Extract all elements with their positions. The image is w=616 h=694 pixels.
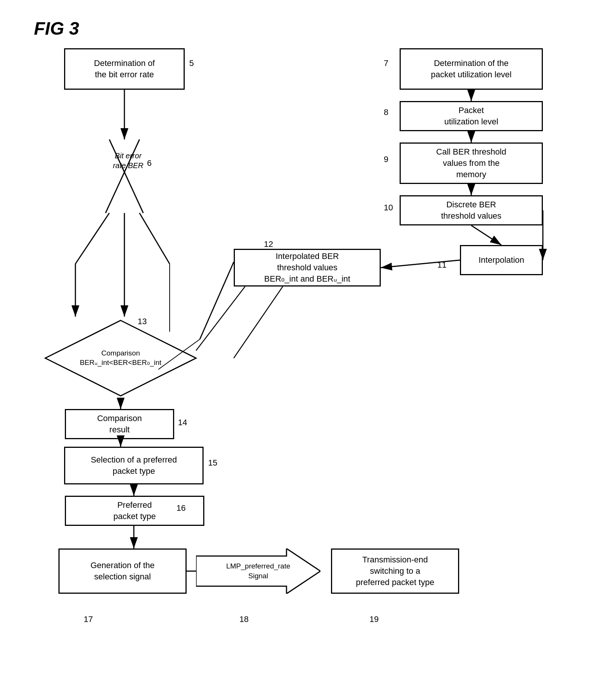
- ref-comparison: 13: [138, 317, 147, 326]
- box-disc-ber: Discrete BER threshold values: [400, 195, 543, 225]
- ber-label-text: Bit error rate BER: [113, 152, 143, 170]
- pref-packet-label: Preferred packet type: [113, 499, 156, 522]
- box-det-ber: Determination of the bit error rate: [64, 48, 185, 90]
- svg-line-6: [139, 213, 170, 264]
- comp-result-label: Comparison result: [97, 413, 142, 435]
- svg-line-4: [75, 213, 109, 264]
- box-sel-packet: Selection of a preferred packet type: [64, 447, 204, 484]
- box-det-pul: Determination of the packet utilization …: [400, 48, 543, 90]
- call-ber-label: Call BER threshold values from the memor…: [436, 146, 506, 180]
- box-gen-signal: Generation of the selection signal: [58, 548, 187, 594]
- svg-line-15: [381, 260, 460, 268]
- det-ber-label: Determination of the bit error rate: [94, 58, 155, 80]
- ref-disc-ber: 10: [384, 203, 393, 213]
- box-lmp-signal: LMP_preferred_rate Signal: [196, 548, 320, 594]
- disc-ber-label: Discrete BER threshold values: [441, 199, 501, 221]
- lmp-signal-label: LMP_preferred_rate Signal: [226, 561, 290, 581]
- trans-switch-label: Transmission-end switching to a preferre…: [356, 554, 434, 588]
- svg-line-14: [471, 225, 501, 245]
- ref-gen-signal: 17: [84, 614, 93, 624]
- ref-det-pul: 7: [384, 58, 388, 68]
- ref-interpolation: 11: [437, 260, 446, 270]
- box-trans-switch: Transmission-end switching to a preferre…: [331, 548, 459, 594]
- svg-line-25: [196, 286, 245, 351]
- box-interpolation: Interpolation: [460, 245, 543, 275]
- interpolation-label: Interpolation: [478, 254, 524, 266]
- ref-pref-packet: 16: [176, 503, 185, 513]
- ref-ber-wire: 6: [147, 158, 152, 168]
- svg-marker-0: [45, 320, 196, 396]
- ref-det-ber: 5: [189, 58, 194, 68]
- svg-line-26: [234, 286, 283, 358]
- ref-call-ber: 9: [384, 155, 388, 164]
- ref-trans-switch: 19: [369, 614, 378, 624]
- ref-pul: 8: [384, 107, 388, 117]
- diamond-comparison: Comparison BERᵤ_int<BER<BER₀_int: [41, 317, 200, 400]
- interp-ber-label: Interpolated BER threshold values BER₀_i…: [264, 251, 350, 284]
- pul-label: Packet utilization level: [444, 105, 498, 127]
- svg-line-27: [392, 260, 460, 268]
- ref-comp-result: 14: [178, 418, 187, 427]
- box-comp-result: Comparison result: [65, 409, 174, 439]
- det-pul-label: Determination of the packet utilization …: [431, 58, 512, 80]
- svg-line-16: [200, 262, 234, 339]
- page-title: FIG 3: [34, 18, 79, 39]
- box-pul: Packet utilization level: [400, 101, 543, 131]
- box-interp-ber: Interpolated BER threshold values BER₀_i…: [234, 249, 381, 286]
- sel-packet-label: Selection of a preferred packet type: [91, 454, 177, 476]
- ref-interp-ber: 12: [264, 239, 273, 249]
- gen-signal-label: Generation of the selection signal: [90, 560, 155, 582]
- ref-lmp-signal: 18: [239, 614, 248, 624]
- box-call-ber: Call BER threshold values from the memor…: [400, 142, 543, 184]
- ref-sel-packet: 15: [208, 458, 217, 468]
